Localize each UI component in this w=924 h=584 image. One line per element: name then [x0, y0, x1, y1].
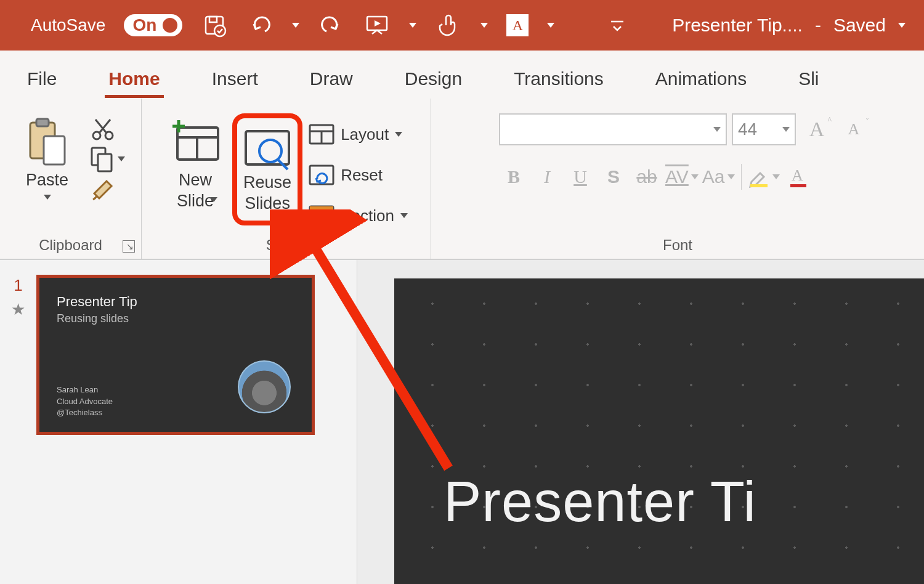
svg-rect-26 — [750, 184, 768, 187]
thumbnail-panel: 1 ★ Presenter Tip Reusing slides Sarah L… — [0, 260, 357, 584]
tab-design[interactable]: Design — [401, 60, 466, 98]
undo-icon[interactable] — [246, 12, 274, 39]
paste-button[interactable]: Paste — [17, 113, 78, 200]
autosave-toggle[interactable]: On — [124, 14, 182, 36]
reset-label: Reset — [341, 166, 383, 185]
font-size-dropdown-icon[interactable] — [782, 127, 790, 132]
svg-rect-25 — [310, 206, 333, 213]
autosave-state: On — [132, 15, 156, 35]
section-dropdown-icon[interactable] — [400, 213, 408, 218]
reuse-slides-icon — [241, 124, 294, 172]
slideshow-dropdown-icon[interactable] — [409, 23, 416, 28]
qat-customize-icon[interactable] — [604, 12, 631, 39]
slideshow-icon[interactable] — [363, 12, 391, 39]
section-button[interactable]: Section — [309, 198, 408, 233]
svg-rect-6 — [36, 119, 49, 126]
font-divider — [741, 164, 742, 190]
svg-rect-17 — [246, 131, 289, 164]
touch-dropdown-icon[interactable] — [480, 23, 488, 28]
slide-editor: Presenter Ti — [357, 260, 924, 584]
reuse-slides-button[interactable]: Reuse Slides — [232, 113, 302, 225]
title-bar: AutoSave On — [0, 0, 924, 51]
highlight-icon — [748, 166, 770, 188]
autosave-label: AutoSave — [31, 15, 105, 35]
font-size-select[interactable]: 44 — [732, 113, 796, 145]
tab-slideshow[interactable]: Sli — [795, 60, 822, 98]
group-font: 44 A ^ A ˇ B I — [431, 99, 924, 259]
font-family-dropdown-icon[interactable] — [713, 127, 721, 132]
underline-button[interactable]: U — [565, 166, 595, 187]
main-slide[interactable]: Presenter Ti — [394, 278, 924, 584]
font-qat-icon[interactable]: A — [506, 14, 529, 36]
format-painter-icon[interactable] — [89, 175, 125, 202]
ribbon: Paste — [0, 99, 924, 260]
cut-icon[interactable] — [89, 116, 125, 143]
title-separator: - — [815, 15, 821, 36]
group-slides: New Slide Reuse Slides — [142, 99, 431, 259]
bold-button[interactable]: B — [499, 166, 529, 187]
shrink-font-button[interactable]: A ˇ — [838, 113, 870, 145]
thumb-avatar-icon — [238, 360, 291, 413]
slide-thumbnail-1[interactable]: Presenter Tip Reusing slides Sarah Lean … — [36, 275, 315, 435]
shadow-button[interactable]: S — [599, 166, 628, 187]
svg-point-18 — [259, 140, 282, 162]
italic-button[interactable]: I — [532, 166, 562, 187]
reset-button[interactable]: Reset — [309, 158, 408, 192]
copy-icon[interactable] — [89, 145, 125, 172]
layout-dropdown-icon[interactable] — [395, 132, 402, 137]
section-icon — [309, 205, 334, 226]
paste-icon — [25, 113, 70, 170]
title-dropdown-icon[interactable] — [898, 23, 906, 28]
change-case-dropdown-icon[interactable] — [727, 174, 735, 179]
tab-home[interactable]: Home — [105, 60, 163, 98]
strikethrough-button[interactable]: ab — [632, 166, 662, 187]
font-qat-dropdown-icon[interactable] — [547, 23, 554, 28]
svg-rect-23 — [310, 166, 333, 184]
layout-label: Layout — [341, 125, 389, 144]
section-label: Section — [341, 206, 394, 225]
thumb-meta: Sarah Lean Cloud Advocate @Techielass — [57, 384, 113, 418]
change-case-button[interactable]: Aa — [702, 166, 735, 187]
touch-mode-icon[interactable] — [435, 12, 462, 39]
highlight-color-button[interactable] — [748, 166, 780, 188]
font-group-label: Font — [663, 233, 692, 256]
char-spacing-dropdown-icon[interactable] — [691, 174, 699, 179]
new-slide-label: New Slide — [177, 170, 214, 212]
save-state: Saved — [833, 15, 886, 36]
clipboard-group-label: Clipboard — [39, 233, 102, 256]
animation-star-icon[interactable]: ★ — [11, 300, 25, 319]
tab-animations[interactable]: Animations — [652, 60, 750, 98]
paste-dropdown-icon[interactable] — [44, 195, 51, 200]
ribbon-tabs: File Home Insert Draw Design Transitions… — [0, 51, 924, 99]
clipboard-dialog-launcher[interactable]: ↘ — [123, 240, 135, 253]
group-clipboard: Paste — [0, 99, 142, 259]
new-slide-dropdown-icon[interactable] — [210, 197, 217, 202]
redo-icon[interactable] — [318, 12, 345, 39]
reset-icon — [309, 164, 334, 185]
workspace: 1 ★ Presenter Tip Reusing slides Sarah L… — [0, 260, 924, 584]
tab-insert[interactable]: Insert — [208, 60, 262, 98]
layout-icon — [309, 124, 334, 145]
svg-rect-1 — [209, 17, 217, 22]
font-color-button[interactable]: A — [784, 166, 813, 188]
highlight-dropdown-icon[interactable] — [772, 174, 780, 179]
new-slide-icon — [169, 113, 222, 170]
undo-dropdown-icon[interactable] — [292, 23, 299, 28]
main-slide-title: Presenter Ti — [444, 469, 756, 534]
char-spacing-button[interactable]: AV — [665, 166, 699, 187]
svg-rect-11 — [98, 154, 111, 171]
slide-number: 1 — [14, 276, 22, 295]
save-icon[interactable] — [201, 12, 228, 39]
font-family-select[interactable] — [499, 113, 727, 145]
svg-text:A: A — [792, 166, 803, 184]
font-size-value: 44 — [738, 120, 757, 139]
tab-transitions[interactable]: Transitions — [510, 60, 607, 98]
tab-draw[interactable]: Draw — [306, 60, 357, 98]
font-color-icon: A — [789, 166, 808, 188]
layout-button[interactable]: Layout — [309, 117, 408, 152]
reuse-slides-label: Reuse Slides — [243, 172, 291, 214]
grow-font-button[interactable]: A ^ — [801, 113, 833, 145]
copy-dropdown-icon[interactable] — [118, 156, 125, 161]
new-slide-button[interactable]: New Slide — [164, 113, 226, 217]
tab-file[interactable]: File — [23, 60, 60, 98]
